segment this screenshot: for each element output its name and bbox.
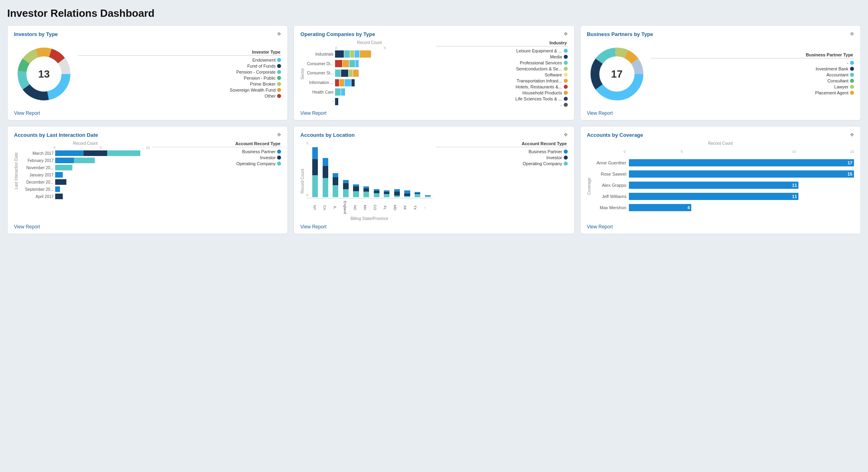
legend-item: Transportation Infrast... <box>436 78 568 83</box>
legend-item: - <box>436 102 568 107</box>
bar-row-jan: January 2017 <box>21 172 150 178</box>
legend-label: Investment Bank <box>816 66 848 71</box>
legend-label: Sovereign Wealth Fund <box>230 88 276 92</box>
card-body: Record Count 0 5 <box>300 141 567 221</box>
legend-label: Other <box>265 94 276 98</box>
loc-col-mi <box>403 147 412 197</box>
page-title: Investor Relations Dashboard <box>7 7 861 20</box>
legend-label: Accountant <box>826 72 848 77</box>
row-label: February 2017 <box>21 158 54 163</box>
card-header: Business Partners by Type ✥ <box>587 31 854 37</box>
view-report-link[interactable]: View Report <box>14 110 281 116</box>
legend-dot <box>564 150 568 154</box>
row-label: September 20... <box>21 187 54 192</box>
expand-icon[interactable]: ✥ <box>564 31 568 37</box>
row-label: March 2017 <box>21 151 54 156</box>
legend-label: Media <box>550 54 562 59</box>
card-header: Accounts by Location ✥ <box>300 132 567 138</box>
legend-dot <box>850 67 854 71</box>
view-report-link[interactable]: View Report <box>14 224 281 230</box>
legend-label: Business Partner <box>242 149 276 154</box>
loc-col-dash <box>423 147 433 197</box>
bar-row-dec: December 20... <box>21 179 150 185</box>
expand-icon[interactable]: ✥ <box>850 132 854 138</box>
view-report-link[interactable]: View Report <box>587 110 854 116</box>
coverage-person-label: Rose Sawvel <box>593 172 629 176</box>
legend-dot <box>277 82 281 86</box>
legend-item: Semiconductors & Se... <box>436 66 568 71</box>
legend-label: Pension - Corporate <box>236 70 275 74</box>
view-report-link[interactable]: View Report <box>587 224 854 230</box>
row-label: December 20... <box>21 180 54 184</box>
legend-title: Business Partner Type <box>651 52 854 58</box>
legend-dot <box>850 79 854 83</box>
legend-dot <box>850 85 854 89</box>
bar-stack <box>55 179 150 185</box>
card-body: Last Interaction Date Record Count 0 5 1… <box>14 141 281 221</box>
coverage-value: 4 <box>687 205 690 210</box>
legend-item: Household Products <box>436 90 568 95</box>
row-label: Industrials <box>306 52 333 56</box>
legend-item-op: Operating Company <box>436 161 568 166</box>
legend-item-other: Other <box>78 94 281 98</box>
x-label: NC <box>353 200 362 216</box>
record-count-label: Record Count <box>306 40 432 45</box>
bar-row-nov: November 20... <box>21 165 150 170</box>
row-bars <box>335 60 432 67</box>
legend-label: Household Products <box>523 90 562 95</box>
legend-label: Fund of Funds <box>247 64 275 68</box>
coverage-row-alex: Alex Grappo 11 <box>593 182 854 189</box>
bar-stack <box>55 194 150 199</box>
card-title: Accounts by Location <box>300 132 355 138</box>
view-report-link[interactable]: View Report <box>300 224 567 230</box>
legend-item-accountant: Accountant <box>651 72 854 77</box>
legend-dot <box>850 61 854 65</box>
legend-dot <box>277 58 281 62</box>
legend-dot <box>277 70 281 74</box>
loc-col-il <box>331 147 341 197</box>
bar-row-march: March 2017 <box>21 150 150 156</box>
card-title: Operating Companies by Type <box>300 31 375 37</box>
op-legend: Industry Leisure Equipment & ... Media P… <box>436 40 568 107</box>
legend-dot <box>564 61 568 65</box>
expand-icon[interactable]: ✥ <box>850 31 854 37</box>
x-label: CA <box>323 200 332 216</box>
legend-item-endowment: Endowment <box>78 58 281 62</box>
legend-title: Account Record Type <box>436 141 568 147</box>
expand-icon[interactable]: ✥ <box>277 132 281 138</box>
expand-icon[interactable]: ✥ <box>277 31 281 37</box>
legend-label: Endowment <box>252 58 275 62</box>
card-title: Business Partners by Type <box>587 31 653 37</box>
legend-dot <box>277 64 281 68</box>
x-label: CO <box>373 200 382 216</box>
row-label: April 2017 <box>21 194 54 199</box>
legend-label: Pension - Public <box>244 76 276 80</box>
coverage-row-anne: Anne Guenther 17 <box>593 159 854 166</box>
coverage-row-jeff: Jeff Williams 11 <box>593 193 854 200</box>
row-bars <box>335 50 432 58</box>
legend-item-bp: Business Partner <box>152 149 281 154</box>
bar-stack <box>55 150 150 156</box>
op-row-consumer-st: Consumer St... <box>306 70 432 77</box>
card-body: Sector Record Count 0 5 Industrials <box>300 40 567 107</box>
row-label: Consumer Di... <box>306 62 333 66</box>
legend-title: Investor Type <box>78 50 281 56</box>
legend-label: - <box>561 102 562 107</box>
legend-dot <box>564 97 568 101</box>
loc-col-england <box>341 147 351 197</box>
row-bars <box>335 70 432 77</box>
legend-item-fof: Fund of Funds <box>78 64 281 68</box>
accounts-interaction-card: Accounts by Last Interaction Date ✥ Last… <box>7 126 288 234</box>
legend-dot <box>850 91 854 95</box>
legend-label: - <box>847 60 848 65</box>
card-title: Accounts by Coverage <box>587 132 643 138</box>
card-header: Operating Companies by Type ✥ <box>300 31 567 37</box>
legend-label: Prime Broker <box>250 82 275 86</box>
view-report-link[interactable]: View Report <box>300 110 567 116</box>
legend-item: Leisure Equipment & ... <box>436 48 568 53</box>
legend-item-inv: Investor <box>436 155 568 160</box>
expand-icon[interactable]: ✥ <box>564 132 568 138</box>
legend-item: Professional Services <box>436 60 568 65</box>
legend-label: Professional Services <box>520 60 562 65</box>
row-label: - <box>306 99 333 104</box>
